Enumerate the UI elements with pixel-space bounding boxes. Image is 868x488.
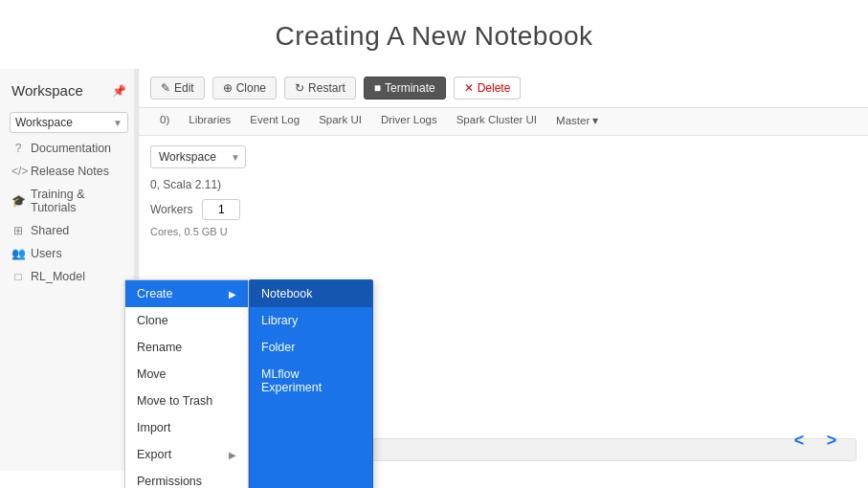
sidebar: Workspace 📌 Workspace ▼ ? Documentation … <box>0 69 139 471</box>
workers-row: Workers <box>150 199 857 220</box>
terminate-icon: ■ <box>374 81 381 95</box>
next-arrow-icon: > <box>827 431 837 451</box>
context-menu-label-export: Export <box>137 448 171 461</box>
submenu-label-mlflow: MLflow Experiment <box>261 367 322 394</box>
sidebar-item-label-documentation: Documentation <box>31 142 111 155</box>
tab-libraries[interactable]: Libraries <box>179 108 240 135</box>
context-menu-label-permissions: Permissions <box>137 475 202 488</box>
rl-model-icon: □ <box>11 270 25 283</box>
restart-button[interactable]: ↻ Restart <box>284 77 356 100</box>
context-menu-item-move[interactable]: Move <box>125 361 248 388</box>
submenu-label-folder: Folder <box>261 341 295 354</box>
context-menu-item-clone[interactable]: Clone <box>125 307 248 334</box>
create-submenu-arrow-icon: ▶ <box>229 289 236 299</box>
documentation-icon: ? <box>11 142 25 155</box>
submenu-item-notebook[interactable]: Notebook <box>250 280 372 307</box>
sidebar-item-label-training: Training & Tutorials <box>31 188 126 214</box>
context-menu-label-create: Create <box>137 287 173 300</box>
context-menu-label-import: Import <box>137 421 170 434</box>
sidebar-title-text: Workspace <box>11 82 83 99</box>
submenu-item-folder[interactable]: Folder <box>250 334 372 361</box>
tab-0[interactable]: 0) <box>150 108 179 135</box>
submenu-item-library[interactable]: Library <box>250 307 372 334</box>
clone-icon: ⊕ <box>223 81 233 95</box>
context-menu-item-rename[interactable]: Rename <box>125 334 248 361</box>
nav-arrows: < > <box>786 427 845 454</box>
workspace-select-wrapper[interactable]: Workspace ▼ <box>150 145 246 168</box>
context-menu-label-move: Move <box>137 367 167 381</box>
context-menu-overlay: Create ▶ Clone Rename Move Move to Trash… <box>124 279 373 488</box>
context-menu-item-create[interactable]: Create ▶ <box>125 280 248 307</box>
tab-spark-cluster-ui[interactable]: Spark Cluster UI <box>447 108 546 135</box>
release-notes-icon: </> <box>11 165 25 178</box>
sidebar-item-release-notes[interactable]: </> Release Notes <box>0 160 138 183</box>
sidebar-item-shared[interactable]: ⊞ Shared <box>0 219 138 242</box>
sidebar-item-users[interactable]: 👥 Users <box>0 242 138 265</box>
workspace-select[interactable]: Workspace <box>150 145 246 168</box>
sidebar-pin-icon: 📌 <box>112 84 126 98</box>
sidebar-item-label-release-notes: Release Notes <box>31 165 109 178</box>
shared-icon: ⊞ <box>11 224 25 237</box>
context-menu-item-import[interactable]: Import <box>125 414 248 441</box>
clone-button[interactable]: ⊕ Clone <box>212 77 277 100</box>
tabs-bar: 0) Libraries Event Log Spark UI Driver L… <box>139 108 868 136</box>
tab-event-log[interactable]: Event Log <box>240 108 309 135</box>
scala-info: 0, Scala 2.11) <box>150 178 857 191</box>
sidebar-title: Workspace 📌 <box>0 77 138 108</box>
tab-spark-ui[interactable]: Spark UI <box>309 108 371 135</box>
context-menu-label-clone: Clone <box>137 314 168 327</box>
context-menu-item-permissions[interactable]: Permissions <box>125 468 248 488</box>
sidebar-item-label-users: Users <box>31 247 62 260</box>
sidebar-item-training[interactable]: 🎓 Training & Tutorials <box>0 183 138 219</box>
workspace-row: Workspace ▼ <box>150 145 857 168</box>
workers-input[interactable] <box>202 199 240 220</box>
toolbar: ✎ Edit ⊕ Clone ↻ Restart ■ Terminate ✕ D… <box>139 69 868 108</box>
sidebar-item-documentation[interactable]: ? Documentation <box>0 137 138 160</box>
tab-driver-logs[interactable]: Driver Logs <box>371 108 447 135</box>
prev-arrow-icon: < <box>794 431 805 451</box>
submenu-label-library: Library <box>261 314 298 327</box>
workers-label: Workers <box>150 203 192 216</box>
page-title: Creating A New Notebook <box>0 0 868 69</box>
delete-button[interactable]: ✕ Delete <box>454 77 522 100</box>
sidebar-item-label-rl-model: RL_Model <box>31 270 85 283</box>
spec-text: Cores, 0.5 GB U <box>150 226 857 237</box>
restart-icon: ↻ <box>295 81 304 95</box>
sidebar-item-rl-model[interactable]: □ RL_Model <box>0 265 138 288</box>
edit-icon: ✎ <box>161 81 170 95</box>
submenu-label-notebook: Notebook <box>261 287 313 300</box>
context-menu: Create ▶ Clone Rename Move Move to Trash… <box>124 279 249 488</box>
users-icon: 👥 <box>11 247 25 260</box>
context-menu-label-move-to-trash: Move to Trash <box>137 394 212 408</box>
tab-master[interactable]: Master ▾ <box>546 108 608 135</box>
training-icon: 🎓 <box>11 194 25 208</box>
edit-button[interactable]: ✎ Edit <box>150 77 205 100</box>
submenu-item-mlflow[interactable]: MLflow Experiment <box>250 361 372 401</box>
delete-icon: ✕ <box>464 81 474 95</box>
context-menu-label-rename: Rename <box>137 341 182 354</box>
sidebar-item-label-shared: Shared <box>31 224 69 237</box>
context-menu-item-export[interactable]: Export ▶ <box>125 441 248 468</box>
sidebar-workspace-dropdown[interactable]: Workspace ▼ <box>0 108 138 137</box>
export-submenu-arrow-icon: ▶ <box>229 450 236 460</box>
terminate-button[interactable]: ■ Terminate <box>364 77 446 100</box>
context-menu-item-move-to-trash[interactable]: Move to Trash <box>125 388 248 414</box>
main-area: Workspace 📌 Workspace ▼ ? Documentation … <box>0 69 868 471</box>
submenu: Notebook Library Folder MLflow Experimen… <box>249 279 373 488</box>
sidebar-workspace-select[interactable]: Workspace <box>10 112 128 133</box>
prev-arrow-button[interactable]: < <box>786 427 812 454</box>
next-arrow-button[interactable]: > <box>818 427 845 454</box>
